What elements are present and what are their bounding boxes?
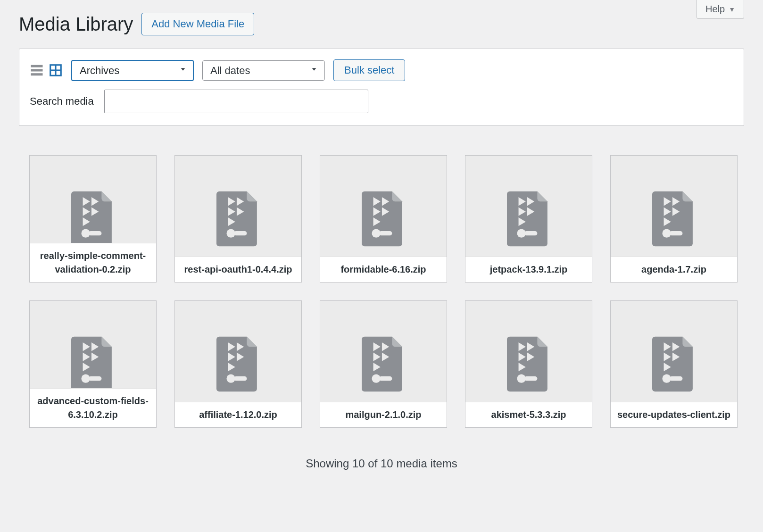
svg-rect-1 xyxy=(31,69,43,72)
media-filename: agenda-1.7.zip xyxy=(611,257,737,282)
grid-view-icon[interactable] xyxy=(49,63,63,77)
add-new-media-button[interactable]: Add New Media File xyxy=(141,13,254,35)
media-filename: secure-updates-client.zip xyxy=(611,402,737,427)
status-text: Showing 10 of 10 media items xyxy=(19,457,744,470)
svg-rect-68 xyxy=(524,376,538,381)
filter-toolbar: Archives All dates Bulk select Search me… xyxy=(19,49,744,126)
media-item[interactable]: formidable-6.16.zip xyxy=(320,155,447,283)
svg-rect-40 xyxy=(670,231,683,235)
archive-file-icon xyxy=(216,191,260,247)
archive-file-icon xyxy=(652,336,696,392)
svg-rect-75 xyxy=(670,376,683,381)
media-type-filter[interactable]: Archives xyxy=(71,60,194,81)
svg-rect-33 xyxy=(524,231,538,235)
media-item[interactable]: secure-updates-client.zip xyxy=(610,300,738,428)
svg-rect-2 xyxy=(31,73,43,75)
media-item[interactable]: affiliate-1.12.0.zip xyxy=(174,300,302,428)
chevron-down-icon: ▼ xyxy=(729,6,735,13)
help-tab[interactable]: Help ▼ xyxy=(697,0,744,19)
svg-rect-26 xyxy=(379,231,392,235)
media-item[interactable]: really-simple-comment-validation-0.2.zip xyxy=(29,155,157,283)
media-type-select[interactable]: Archives xyxy=(71,60,194,81)
svg-rect-12 xyxy=(89,231,102,235)
archive-file-icon xyxy=(362,191,405,247)
media-item[interactable]: agenda-1.7.zip xyxy=(610,155,738,283)
media-filename: rest-api-oauth1-0.4.4.zip xyxy=(175,257,301,282)
search-label: Search media xyxy=(30,95,94,108)
media-item[interactable]: advanced-custom-fields-6.3.10.2.zip xyxy=(29,300,157,428)
archive-file-icon xyxy=(362,336,405,392)
media-item[interactable]: jetpack-13.9.1.zip xyxy=(465,155,592,283)
archive-file-icon xyxy=(71,336,115,392)
svg-rect-19 xyxy=(234,231,247,235)
media-filename: jetpack-13.9.1.zip xyxy=(465,257,592,282)
media-filename: really-simple-comment-validation-0.2.zip xyxy=(30,243,156,282)
media-item[interactable]: rest-api-oauth1-0.4.4.zip xyxy=(174,155,302,283)
help-label: Help xyxy=(705,4,725,15)
search-input[interactable] xyxy=(104,90,368,113)
date-select[interactable]: All dates xyxy=(202,60,325,81)
media-item[interactable]: akismet-5.3.3.zip xyxy=(465,300,592,428)
media-filename: formidable-6.16.zip xyxy=(320,257,447,282)
media-item[interactable]: mailgun-2.1.0.zip xyxy=(320,300,447,428)
svg-rect-0 xyxy=(31,65,43,67)
list-view-icon[interactable] xyxy=(30,63,44,77)
media-filename: advanced-custom-fields-6.3.10.2.zip xyxy=(30,388,156,427)
archive-file-icon xyxy=(216,336,260,392)
archive-file-icon xyxy=(507,191,550,247)
date-filter[interactable]: All dates xyxy=(202,60,325,81)
archive-file-icon xyxy=(652,191,696,247)
svg-rect-61 xyxy=(379,376,392,381)
svg-rect-47 xyxy=(89,376,102,381)
page-title: Media Library xyxy=(19,14,133,35)
media-filename: affiliate-1.12.0.zip xyxy=(175,402,301,427)
media-grid: really-simple-comment-validation-0.2.zip… xyxy=(19,155,744,428)
media-filename: akismet-5.3.3.zip xyxy=(465,402,592,427)
svg-rect-54 xyxy=(234,376,247,381)
archive-file-icon xyxy=(507,336,550,392)
archive-file-icon xyxy=(71,191,115,247)
media-filename: mailgun-2.1.0.zip xyxy=(320,402,447,427)
bulk-select-button[interactable]: Bulk select xyxy=(333,59,405,81)
